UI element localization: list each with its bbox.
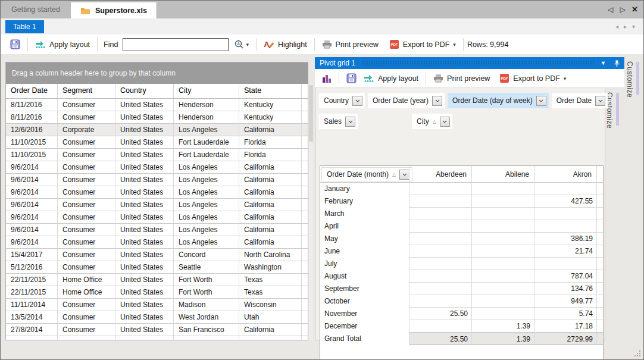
row-field-order-date-month[interactable]: Order Date (month) △	[321, 167, 412, 181]
pivot-row[interactable]: December1.3917.18	[320, 320, 603, 333]
pivot-row-label[interactable]: May	[320, 233, 409, 245]
table-row[interactable]: 22/11/2015Home OfficeUnited StatesFort W…	[6, 274, 308, 286]
column-header[interactable]: Country	[115, 84, 174, 98]
tab-getting-started[interactable]: Getting started	[1, 1, 71, 18]
pivot-filter-field[interactable]: Country	[319, 93, 365, 108]
pivot-filter-field[interactable]: Order Date	[552, 93, 608, 108]
column-header[interactable]: State	[239, 84, 302, 98]
table-row[interactable]: 11/10/2015ConsumerUnited StatesFort Laud…	[6, 136, 308, 149]
pivot-row[interactable]: June21.74	[320, 245, 603, 258]
column-header[interactable]: City	[174, 84, 239, 98]
pivot-row-label[interactable]: July	[320, 258, 409, 270]
table-cell: Madison	[174, 299, 239, 311]
pivot-row-label[interactable]: December	[320, 320, 409, 333]
pivot-filter-field[interactable]: Order Date (year)	[368, 93, 445, 108]
view-scroll-right-icon[interactable]: ▸	[624, 23, 627, 30]
pivot-row-label[interactable]: Grand Total	[320, 333, 409, 345]
table-row[interactable]: 9/6/2014ConsumerUnited StatesLos Angeles…	[6, 186, 308, 199]
table-row[interactable]: 27/8/2014ConsumerUnited StatesSan Franci…	[6, 324, 308, 336]
pivot-customize-tab[interactable]: Customize	[605, 88, 624, 130]
pivot-row[interactable]: February427.55	[320, 195, 603, 208]
group-by-bar[interactable]: Drag a column header here to group by th…	[6, 62, 308, 84]
panel-dropdown-icon[interactable]: ▼	[601, 60, 606, 66]
table-row[interactable]: 9/6/2014ConsumerUnited StatesLos Angeles…	[6, 236, 308, 249]
pivot-row-label[interactable]: April	[320, 220, 409, 233]
dropdown-icon[interactable]	[399, 170, 409, 180]
pivot-value-cell	[409, 195, 471, 208]
table-row[interactable]: 9/6/2014ConsumerUnited StatesLos Angeles…	[6, 224, 308, 236]
pivot-apply-layout-button[interactable]: Apply layout	[360, 72, 422, 85]
column-header[interactable]: Segment	[58, 84, 115, 98]
pivot-print-preview-button[interactable]: Print preview	[430, 71, 493, 85]
pivot-row-label[interactable]: February	[320, 195, 409, 208]
resize-grip[interactable]	[634, 350, 640, 356]
pivot-row[interactable]: March	[320, 208, 603, 220]
dropdown-icon[interactable]	[352, 96, 362, 106]
pivot-row[interactable]: October949.77	[320, 295, 603, 308]
highlight-button[interactable]: A Highlight	[260, 37, 311, 51]
pivot-row[interactable]: January	[320, 183, 603, 195]
tab-scroll-right-icon[interactable]: ▷	[620, 5, 625, 14]
table-row[interactable]: 11/10/2015ConsumerUnited StatesFort Laud…	[6, 149, 308, 161]
pivot-row-label[interactable]: September	[320, 283, 409, 295]
chart-button[interactable]	[318, 71, 335, 86]
column-header[interactable]: Order Date	[6, 84, 58, 98]
print-preview-button[interactable]: Print preview	[318, 37, 382, 51]
view-more-icon[interactable]: ▾	[632, 23, 635, 30]
table-row[interactable]: 9/6/2014ConsumerUnited StatesLos Angeles…	[6, 199, 308, 211]
pivot-row-label[interactable]: March	[320, 208, 409, 220]
pivot-export-pdf-button[interactable]: PDF Export to PDF ▾	[496, 71, 570, 86]
data-field-sales[interactable]: Sales	[319, 114, 358, 129]
export-pdf-button[interactable]: PDF Export to PDF ▾	[386, 37, 459, 52]
table-row[interactable]: 12/6/2016CorporateUnited StatesLos Angel…	[6, 124, 308, 136]
pivot-row-label[interactable]: January	[320, 183, 409, 195]
save-button[interactable]	[7, 37, 24, 52]
pivot-row[interactable]: August787.04	[320, 270, 603, 283]
pivot-column-header[interactable]: Aberdeen	[409, 166, 471, 183]
pivot-row[interactable]: May386.19	[320, 233, 603, 245]
pivot-row[interactable]: September134.76	[320, 283, 603, 295]
table-row[interactable]: 22/11/2015Home OfficeUnited StatesFort W…	[6, 286, 308, 299]
dropdown-icon[interactable]	[536, 96, 546, 106]
table-row[interactable]: 15/4/2017ConsumerUnited StatesConcordNor…	[6, 249, 308, 261]
apply-layout-button[interactable]: Apply layout	[32, 38, 93, 51]
pivot-save-button[interactable]	[343, 71, 360, 86]
tab-scroll-left-icon[interactable]: ◁	[608, 5, 613, 14]
table-row[interactable]: 13/5/2014ConsumerUnited StatesWest Jorda…	[6, 311, 308, 324]
dropdown-icon[interactable]	[432, 96, 442, 106]
dropdown-icon[interactable]	[595, 96, 605, 106]
pivot-row-label[interactable]: November	[320, 308, 409, 320]
view-scroll-left-icon[interactable]: ◂	[615, 23, 618, 30]
pivot-row-label[interactable]: October	[320, 295, 409, 308]
pivot-column-header[interactable]: Abilene	[471, 166, 534, 183]
pivot-row-label[interactable]: August	[320, 270, 409, 283]
pivot-value-cell	[534, 208, 596, 220]
pivot-row-label[interactable]: June	[320, 245, 409, 258]
pivot-column-header[interactable]: Akron	[534, 166, 596, 183]
search-options-button[interactable]: A ▾	[231, 37, 252, 52]
tab-table-1[interactable]: Table 1	[5, 20, 44, 33]
close-icon[interactable]: ×	[632, 4, 637, 15]
column-field-city[interactable]: City △	[412, 114, 452, 129]
pivot-row[interactable]: July	[320, 258, 603, 270]
table-row[interactable]: 9/6/2014ConsumerUnited StatesLos Angeles…	[6, 161, 308, 174]
dropdown-icon[interactable]	[345, 117, 355, 127]
pivot-row[interactable]: April	[320, 220, 603, 233]
pivot-row[interactable]: November25.505.74	[320, 308, 603, 320]
table-row[interactable]: 9/6/2014ConsumerUnited StatesLos Angeles…	[6, 211, 308, 224]
find-input[interactable]	[123, 38, 229, 51]
pin-icon[interactable]	[613, 60, 621, 67]
pivot-filter-field[interactable]: Order Date (day of week)	[448, 93, 549, 108]
table-row[interactable]: 8/11/2016ConsumerUnited StatesHendersonK…	[6, 99, 308, 111]
table-cell-partial	[302, 174, 308, 186]
tab-superstore[interactable]: Superstore.xls	[71, 2, 157, 18]
table-row[interactable]: 5/12/2016ConsumerUnited StatesSeattleWas…	[6, 261, 308, 274]
dropdown-icon[interactable]	[440, 117, 450, 127]
table-row[interactable]: 11/11/2014ConsumerUnited StatesMadisonWi…	[6, 299, 308, 311]
pivot-grand-total-row[interactable]: Grand Total25.501.392729.99	[320, 333, 603, 345]
scrollbar-thumb[interactable]	[309, 85, 313, 142]
view-customize-tab[interactable]: Customize	[626, 57, 643, 99]
table-row[interactable]: 9/6/2014ConsumerUnited StatesLos Angeles…	[6, 174, 308, 186]
table-vertical-scrollbar[interactable]	[309, 84, 313, 340]
table-row[interactable]: 8/11/2016ConsumerUnited StatesHendersonK…	[6, 111, 308, 124]
